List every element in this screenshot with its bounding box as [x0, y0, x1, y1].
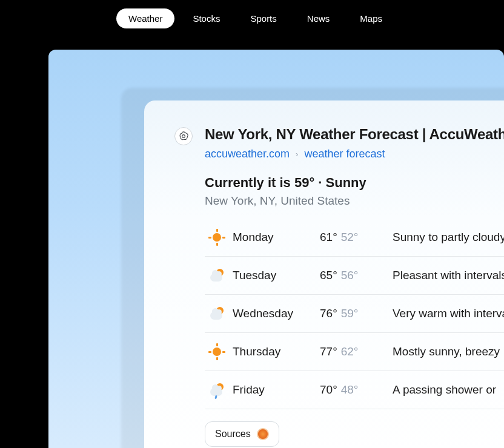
breadcrumb-domain-link[interactable]: accuweather.com: [205, 148, 290, 160]
forecast-low: 59°: [341, 307, 359, 320]
forecast-row[interactable]: Thursday77°62°Mostly sunny, breezy: [205, 333, 504, 371]
tab-stocks[interactable]: Stocks: [181, 8, 232, 28]
forecast-day: Friday: [229, 383, 320, 397]
tab-maps[interactable]: Maps: [348, 8, 394, 28]
weather-shower-icon: [205, 382, 229, 398]
forecast-low: 48°: [341, 383, 359, 397]
tab-weather[interactable]: Weather: [116, 8, 174, 28]
forecast-list: Monday61°52°Sunny to partly cloudyTuesda…: [205, 225, 504, 409]
svg-point-0: [182, 135, 185, 138]
weather-sunny-icon: [205, 344, 229, 360]
forecast-low: 56°: [341, 269, 359, 282]
forecast-description: Mostly sunny, breezy: [380, 345, 500, 358]
tab-bar: WeatherStocksSportsNewsMaps: [116, 0, 504, 28]
forecast-day: Monday: [229, 231, 320, 244]
forecast-day: Tuesday: [229, 269, 320, 282]
weather-sunny-icon: [205, 229, 229, 245]
sources-label: Sources: [215, 429, 251, 440]
current-location: New York, NY, United States: [205, 194, 504, 208]
forecast-high: 61°: [320, 231, 337, 244]
forecast-row[interactable]: Tuesday65°56°Pleasant with intervals: [205, 257, 504, 295]
forecast-high: 77°: [320, 345, 337, 358]
breadcrumb-page-link[interactable]: weather forecast: [304, 148, 385, 160]
forecast-description: Pleasant with intervals: [380, 269, 504, 282]
page-title: New York, NY Weather Forecast | AccuWeat…: [205, 126, 504, 143]
forecast-low: 52°: [341, 231, 359, 244]
chevron-right-icon: ›: [296, 150, 298, 159]
weather-partly-icon: [205, 306, 229, 321]
forecast-row[interactable]: Wednesday76°59°Very warm with intervals: [205, 295, 504, 333]
forecast-description: Sunny to partly cloudy: [380, 231, 504, 244]
weather-card: New York, NY Weather Forecast | AccuWeat…: [144, 100, 504, 448]
forecast-day: Thursday: [229, 345, 320, 358]
accuweather-source-icon: [257, 428, 269, 440]
openai-logo-icon: [174, 127, 193, 145]
forecast-high: 65°: [320, 269, 337, 282]
sources-button[interactable]: Sources: [205, 421, 279, 447]
forecast-row[interactable]: Friday70°48°A passing shower or: [205, 371, 504, 409]
breadcrumb: accuweather.com › weather forecast: [205, 148, 504, 160]
tab-news[interactable]: News: [295, 8, 342, 28]
tab-sports[interactable]: Sports: [238, 8, 288, 28]
forecast-description: Very warm with intervals: [380, 307, 504, 320]
current-conditions: Currently it is 59° · Sunny: [205, 175, 504, 191]
forecast-high: 76°: [320, 307, 337, 320]
forecast-high: 70°: [320, 383, 337, 397]
forecast-description: A passing shower or: [380, 383, 496, 397]
forecast-low: 62°: [341, 345, 359, 358]
stage-background: New York, NY Weather Forecast | AccuWeat…: [48, 50, 504, 448]
weather-partly-icon: [205, 268, 229, 283]
forecast-row[interactable]: Monday61°52°Sunny to partly cloudy: [205, 225, 504, 257]
forecast-day: Wednesday: [229, 307, 320, 320]
